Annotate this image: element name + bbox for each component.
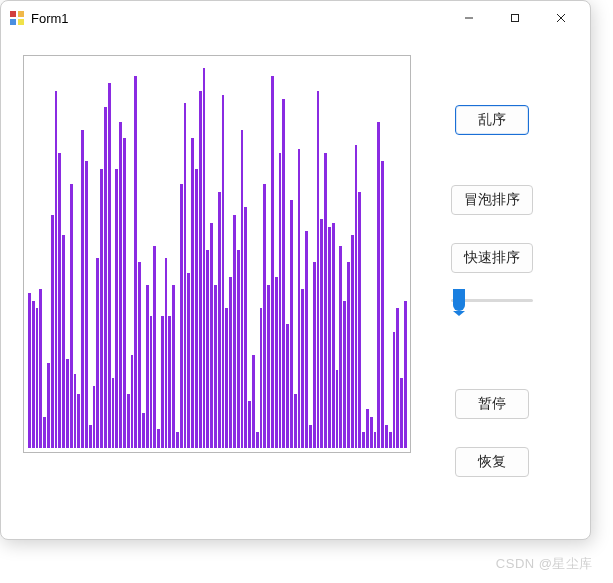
bar [112, 378, 115, 448]
bar [119, 122, 122, 448]
bar [301, 289, 304, 448]
bar [123, 138, 126, 448]
bar [260, 308, 263, 448]
bar [172, 285, 175, 448]
bar [176, 432, 179, 448]
bar [47, 363, 50, 448]
bar [62, 235, 65, 448]
bar [339, 246, 342, 448]
maximize-button[interactable] [492, 3, 538, 33]
bar [89, 425, 92, 448]
bar [210, 223, 213, 448]
app-icon [9, 10, 25, 26]
bar [320, 219, 323, 448]
bar [187, 273, 190, 448]
close-button[interactable] [538, 3, 584, 33]
slider-thumb[interactable] [453, 289, 465, 311]
bar [355, 145, 358, 448]
bar [108, 83, 111, 448]
svg-rect-3 [18, 19, 24, 25]
bar [328, 227, 331, 448]
svg-rect-0 [10, 11, 16, 17]
bar [279, 153, 282, 448]
bar [298, 149, 301, 448]
bar [267, 285, 270, 448]
bar [165, 258, 168, 448]
bar [263, 184, 266, 448]
bar [244, 207, 247, 448]
resume-button[interactable]: 恢复 [455, 447, 529, 477]
bar [393, 332, 396, 448]
speed-slider[interactable] [447, 287, 537, 313]
bar [222, 95, 225, 448]
shuffle-button[interactable]: 乱序 [455, 105, 529, 135]
bar [366, 409, 369, 448]
bar [305, 231, 308, 448]
bar [66, 359, 69, 448]
watermark-text: CSDN @星尘库 [496, 555, 593, 573]
bar [115, 169, 118, 448]
client-area: 乱序 冒泡排序 快速排序 暂停 恢复 [1, 35, 590, 539]
bar [324, 153, 327, 448]
bar [252, 355, 255, 448]
bar [275, 277, 278, 448]
bar [385, 425, 388, 448]
bar [351, 235, 354, 448]
bar [184, 103, 187, 448]
bubble-sort-button[interactable]: 冒泡排序 [451, 185, 533, 215]
bar [203, 68, 206, 448]
bar [400, 378, 403, 448]
bar [168, 316, 171, 448]
bar [294, 394, 297, 448]
bar [233, 215, 236, 448]
bar [241, 130, 244, 448]
bar [180, 184, 183, 448]
bar [43, 417, 46, 448]
app-window: Form1 乱序 冒泡排序 快速排序 暂停 恢复 [0, 0, 591, 540]
bar [248, 401, 251, 448]
bar [74, 374, 77, 448]
bar [104, 107, 107, 448]
bar [77, 394, 80, 448]
bar [313, 262, 316, 448]
bar [28, 293, 31, 448]
bar [286, 324, 289, 448]
minimize-button[interactable] [446, 3, 492, 33]
bar [131, 355, 134, 448]
pause-button[interactable]: 暂停 [455, 389, 529, 419]
bar [332, 223, 335, 448]
bar [161, 316, 164, 448]
bar [195, 169, 198, 448]
bar [142, 413, 145, 448]
bar [199, 91, 202, 448]
bar [157, 429, 160, 448]
bar [336, 370, 339, 448]
bar [396, 308, 399, 448]
bar [134, 76, 137, 448]
bar [153, 246, 156, 448]
bar [100, 169, 103, 448]
bar [39, 289, 42, 448]
bar [377, 122, 380, 448]
titlebar[interactable]: Form1 [1, 1, 590, 35]
bar [347, 262, 350, 448]
bar [96, 258, 99, 448]
bar [58, 153, 61, 448]
bar [51, 215, 54, 448]
bar [214, 285, 217, 448]
bar [256, 432, 259, 448]
bar [290, 200, 293, 448]
bar [343, 301, 346, 448]
bar [271, 76, 274, 448]
bar [93, 386, 96, 448]
bar [362, 432, 365, 448]
quick-sort-button[interactable]: 快速排序 [451, 243, 533, 273]
bar [36, 308, 39, 448]
svg-rect-2 [10, 19, 16, 25]
bar [237, 250, 240, 448]
bar [404, 301, 407, 448]
bar [206, 250, 209, 448]
controls-panel: 乱序 冒泡排序 快速排序 暂停 恢复 [411, 55, 572, 511]
bar-chart [28, 60, 406, 448]
bar [309, 425, 312, 448]
